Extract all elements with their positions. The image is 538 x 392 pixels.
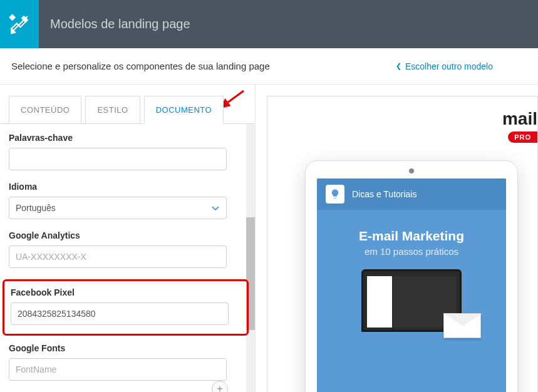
screen-title: E-mail Marketing — [329, 229, 494, 244]
keywords-label: Palavras-chave — [9, 133, 246, 143]
svg-rect-0 — [10, 14, 15, 19]
analytics-input[interactable] — [9, 245, 227, 268]
screen-subtitle: em 10 passos práticos — [329, 246, 494, 257]
tab-content[interactable]: CONTEÚDO — [9, 96, 81, 124]
fbpixel-input[interactable] — [11, 302, 229, 325]
logo-badge: PRO — [508, 132, 537, 143]
language-group: Idioma Português — [9, 182, 246, 219]
chevron-left-icon: ❮ — [396, 62, 401, 70]
lightbulb-icon — [326, 185, 344, 204]
envelope-icon — [443, 313, 481, 338]
tablet-mockup: Dicas e Tutoriais E-mail Marketing em 10… — [305, 160, 518, 392]
language-select[interactable]: Português — [9, 197, 227, 219]
preview-card: mail PRO Dicas e Tutoriais E-mail Market… — [267, 96, 538, 392]
link-text: Escolher outro modelo — [405, 61, 493, 71]
fonts-label: Google Fonts — [9, 343, 246, 353]
tab-document[interactable]: DOCUMENTO — [144, 96, 224, 124]
keywords-group: Palavras-chave — [9, 133, 246, 170]
facebook-pixel-highlight: Facebook Pixel — [3, 279, 249, 336]
tab-style[interactable]: ESTILO — [85, 96, 140, 124]
fonts-input[interactable] — [9, 358, 227, 381]
brand-logo: mail PRO — [502, 109, 537, 129]
screen-body: E-mail Marketing em 10 passos práticos — [317, 210, 506, 351]
add-font-button[interactable]: + — [212, 381, 228, 392]
subheader: Selecione e personalize os componentes d… — [0, 48, 538, 84]
choose-other-model-link[interactable]: ❮ Escolher outro modelo — [396, 61, 493, 71]
app-header: Modelos de landing page — [0, 0, 538, 48]
keywords-input[interactable] — [9, 148, 227, 170]
screen-header-text: Dicas e Tutoriais — [352, 189, 416, 199]
document-tab-content: Palavras-chave Idioma Português Google A… — [0, 123, 255, 392]
tab-list: CONTEÚDO ESTILO DOCUMENTO — [0, 96, 255, 124]
analytics-label: Google Analytics — [9, 230, 246, 240]
fonts-group: Google Fonts + — [9, 343, 246, 392]
screen-header: Dicas e Tutoriais — [317, 178, 506, 210]
editor-panel: CONTEÚDO ESTILO DOCUMENTO Palavras-chave… — [0, 85, 256, 392]
fbpixel-label: Facebook Pixel — [11, 287, 241, 297]
language-label: Idioma — [9, 182, 246, 192]
analytics-group: Google Analytics — [9, 230, 246, 268]
tablet-camera-icon — [409, 168, 414, 173]
content-area: CONTEÚDO ESTILO DOCUMENTO Palavras-chave… — [0, 84, 538, 392]
logo-text: mail — [502, 109, 537, 128]
page-title: Modelos de landing page — [50, 17, 190, 31]
header-tools-icon — [0, 0, 39, 48]
laptop-mockup — [329, 269, 494, 332]
subheader-description: Selecione e personalize os componentes d… — [11, 61, 270, 71]
preview-panel: mail PRO Dicas e Tutoriais E-mail Market… — [267, 85, 538, 392]
tablet-screen: Dicas e Tutoriais E-mail Marketing em 10… — [317, 178, 506, 392]
